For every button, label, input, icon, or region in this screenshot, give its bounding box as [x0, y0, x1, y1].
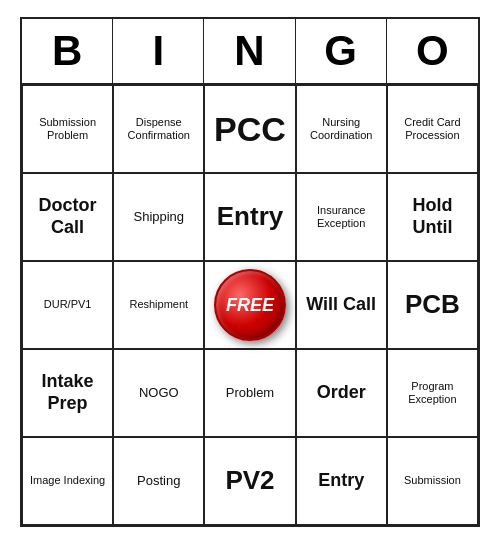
- cell-label: NOGO: [139, 385, 179, 401]
- bingo-cell-14: PCB: [387, 261, 478, 349]
- bingo-card: BINGO Submission ProblemDispense Confirm…: [20, 17, 480, 527]
- bingo-cell-5: Doctor Call: [22, 173, 113, 261]
- cell-label: PCB: [405, 289, 460, 320]
- cell-label: Credit Card Procession: [392, 116, 473, 142]
- bingo-cell-0: Submission Problem: [22, 85, 113, 173]
- cell-label: Insurance Exception: [301, 204, 382, 230]
- bingo-cell-11: Reshipment: [113, 261, 204, 349]
- cell-label: Shipping: [133, 209, 184, 225]
- cell-label: PV2: [225, 465, 274, 496]
- bingo-cell-16: NOGO: [113, 349, 204, 437]
- cell-label: Image Indexing: [30, 474, 105, 487]
- bingo-letter-B: B: [22, 19, 113, 83]
- bingo-cell-7: Entry: [204, 173, 295, 261]
- bingo-cell-15: Intake Prep: [22, 349, 113, 437]
- bingo-cell-6: Shipping: [113, 173, 204, 261]
- bingo-cell-9: Hold Until: [387, 173, 478, 261]
- bingo-cell-17: Problem: [204, 349, 295, 437]
- cell-label: Order: [317, 382, 366, 404]
- bingo-letter-I: I: [113, 19, 204, 83]
- cell-label: Hold Until: [392, 195, 473, 238]
- bingo-cell-21: Posting: [113, 437, 204, 525]
- bingo-cell-12: FREE: [204, 261, 295, 349]
- cell-label: Reshipment: [129, 298, 188, 311]
- cell-label: DUR/PV1: [44, 298, 92, 311]
- bingo-header: BINGO: [22, 19, 478, 85]
- bingo-cell-19: Program Exception: [387, 349, 478, 437]
- cell-label: Doctor Call: [27, 195, 108, 238]
- bingo-letter-O: O: [387, 19, 478, 83]
- bingo-letter-G: G: [296, 19, 387, 83]
- cell-label: Posting: [137, 473, 180, 489]
- cell-label: PCC: [214, 109, 286, 150]
- cell-label: Problem: [226, 385, 274, 401]
- cell-label: Intake Prep: [27, 371, 108, 414]
- bingo-cell-24: Submission: [387, 437, 478, 525]
- bingo-cell-18: Order: [296, 349, 387, 437]
- bingo-cell-2: PCC: [204, 85, 295, 173]
- cell-label: Nursing Coordination: [301, 116, 382, 142]
- bingo-cell-10: DUR/PV1: [22, 261, 113, 349]
- bingo-cell-20: Image Indexing: [22, 437, 113, 525]
- bingo-cell-8: Insurance Exception: [296, 173, 387, 261]
- cell-label: Will Call: [306, 294, 376, 316]
- cell-label: Entry: [318, 470, 364, 492]
- bingo-cell-23: Entry: [296, 437, 387, 525]
- bingo-grid: Submission ProblemDispense ConfirmationP…: [22, 85, 478, 525]
- bingo-cell-13: Will Call: [296, 261, 387, 349]
- cell-label: Submission Problem: [27, 116, 108, 142]
- bingo-cell-3: Nursing Coordination: [296, 85, 387, 173]
- bingo-cell-1: Dispense Confirmation: [113, 85, 204, 173]
- free-space-button: FREE: [214, 269, 286, 341]
- cell-label: Dispense Confirmation: [118, 116, 199, 142]
- bingo-cell-4: Credit Card Procession: [387, 85, 478, 173]
- bingo-letter-N: N: [204, 19, 295, 83]
- bingo-cell-22: PV2: [204, 437, 295, 525]
- cell-label: Entry: [217, 201, 283, 232]
- cell-label: Program Exception: [392, 380, 473, 406]
- cell-label: Submission: [404, 474, 461, 487]
